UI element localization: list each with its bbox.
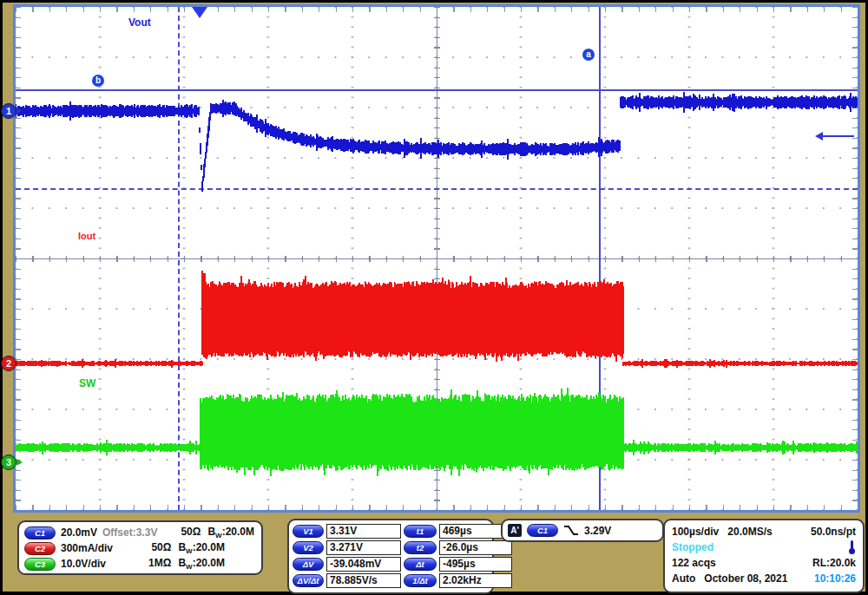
channel1-scale: 20.0mV (61, 526, 97, 539)
acquisition-status: Stopped (672, 541, 713, 553)
oscilloscope-screen: Vout Iout SW a b 1 2 3 C1 20.0mV Offset:… (0, 0, 868, 595)
timebase: 100µs/div (672, 526, 719, 538)
trigger-level: 3.29V (584, 525, 611, 537)
cursor-b-tag[interactable]: b (92, 75, 104, 87)
channel1-marker[interactable]: 1 (1, 103, 16, 119)
channel2-badge[interactable]: C2 (24, 542, 56, 555)
delta-v-value: -39.048mV (326, 557, 401, 572)
t2-pill[interactable]: t2 (404, 541, 437, 554)
channel3-badge[interactable]: C3 (24, 558, 56, 571)
channel2-bandwidth: BW:20.0M (178, 541, 225, 555)
waveform-canvas (16, 7, 858, 510)
t2-value: -26.0µs (439, 540, 512, 555)
trigger-settings-box[interactable]: A' C1 3.29V (501, 519, 664, 542)
temperature-icon (848, 540, 856, 555)
channel3-impedance: 1MΩ (148, 557, 171, 571)
channel2-settings-row[interactable]: C2 300mA/div 50Ω BW:20.0M (24, 540, 261, 556)
vout-label: Vout (128, 16, 151, 29)
trigger-source-badge[interactable]: C1 (527, 524, 558, 537)
channel3-marker[interactable]: 3 (1, 454, 16, 470)
date-text: October 08, 2021 (704, 572, 787, 585)
trigger-position-marker[interactable] (192, 7, 207, 18)
channel1-offset: Offset:3.3V (102, 526, 157, 539)
cursor-readout-box: V1 3.31V t1 469µs V2 3.271V t2 -26.0µs Δ… (287, 519, 494, 594)
sw-trace (16, 388, 858, 477)
falling-edge-icon (563, 525, 579, 536)
delta-t-pill[interactable]: Δt (404, 558, 437, 571)
iout-trace (16, 271, 858, 368)
time-text: 10:10:26 (814, 572, 856, 585)
delta-v-pill[interactable]: ΔV (293, 558, 324, 571)
channel2-pointer-icon (16, 360, 22, 367)
trigger-mode: Auto (672, 572, 695, 585)
trigger-level-line[interactable] (819, 135, 854, 137)
channel3-bandwidth: BW:20.0M (178, 557, 225, 571)
channel1-badge[interactable]: C1 (24, 526, 56, 539)
vout-trace (16, 92, 858, 192)
channel1-impedance: 50Ω (181, 526, 201, 539)
v1-pill[interactable]: V1 (293, 525, 324, 538)
channel1-pointer-icon (16, 108, 22, 114)
trigger-level-arrow-icon (815, 132, 823, 141)
v1-value: 3.31V (326, 524, 401, 539)
sample-resolution: 50.0ns/pt (811, 526, 856, 538)
channel2-impedance: 50Ω (151, 541, 171, 555)
cursor-a-tag[interactable]: a (582, 49, 595, 61)
acquisition-count: 122 acqs (672, 557, 716, 569)
dv-dt-pill[interactable]: ΔV/Δt (293, 574, 324, 587)
channel1-settings-row[interactable]: C1 20.0mV Offset:3.3V 50Ω BW:20.0M (24, 525, 261, 540)
t1-pill[interactable]: t1 (404, 525, 437, 538)
channel-settings-box: C1 20.0mV Offset:3.3V 50Ω BW:20.0M C2 30… (17, 520, 263, 575)
channel2-scale: 300mA/div (61, 542, 113, 554)
channel3-settings-row[interactable]: C3 10.0V/div 1MΩ BW:20.0M (24, 556, 261, 572)
iout-label: Iout (78, 231, 95, 241)
delta-t-value: -495µs (439, 557, 512, 572)
graticule: Vout Iout SW a b (13, 4, 860, 513)
channel1-bandwidth: BW:20.0M (207, 526, 254, 539)
channel3-pointer-icon (16, 459, 23, 466)
trigger-a-badge: A' (508, 524, 522, 537)
channel3-scale: 10.0V/div (61, 558, 106, 570)
dv-dt-value: 78.885V/s (326, 573, 401, 588)
channel2-marker[interactable]: 2 (1, 356, 16, 371)
inv-delta-t-pill[interactable]: 1/Δt (404, 574, 437, 587)
acquisition-box: 100µs/div 20.0MS/s 50.0ns/pt Stopped 122… (663, 519, 865, 593)
record-length: RL:20.0k (812, 557, 856, 569)
sw-label: SW (79, 377, 95, 389)
v2-value: 3.271V (326, 540, 401, 555)
sample-rate: 20.0MS/s (727, 526, 772, 538)
inv-delta-t-value: 2.02kHz (439, 573, 512, 588)
v2-pill[interactable]: V2 (293, 541, 324, 554)
